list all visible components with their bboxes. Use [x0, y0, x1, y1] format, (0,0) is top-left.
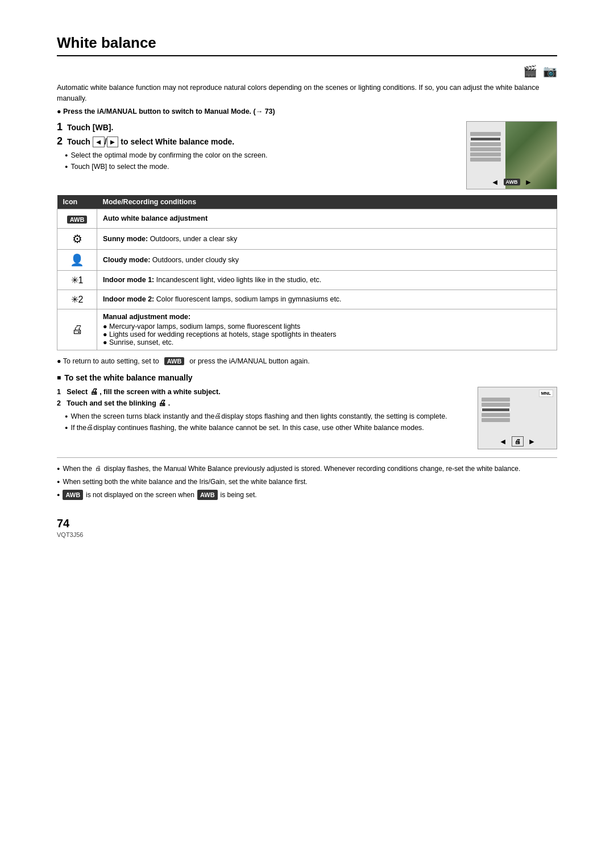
camera-screen: MNL ◄ AWB ►: [466, 121, 557, 189]
icon-cell-manual: 🖨: [57, 309, 97, 350]
mode-cell-cloudy: Cloudy mode: Outdoors, under cloudy sky: [97, 249, 557, 270]
video-mode-icon: 🎬: [523, 64, 537, 78]
manual-section-title: To set the white balance manually: [57, 373, 557, 382]
table-row: 👤 Cloudy mode: Outdoors, under cloudy sk…: [57, 249, 557, 270]
notes-section: When the 🖨 display flashes, the Manual W…: [57, 457, 557, 501]
camera-screen-2: MNL ◄ 🖨 ►: [478, 387, 557, 449]
screen2-mnl-label: MNL: [539, 390, 553, 397]
table-row: AWB Auto white balance adjustment: [57, 209, 557, 228]
step-1-label: Touch [WB].: [67, 123, 113, 132]
header-icons-row: 🎬 📷: [57, 64, 557, 78]
note-1: When the 🖨 display flashes, the Manual W…: [57, 464, 557, 474]
page-title: White balance: [57, 34, 557, 56]
wb-table: Icon Mode/Recording conditions AWB Auto …: [57, 195, 557, 350]
table-header-mode: Mode/Recording conditions: [97, 195, 557, 209]
icon-cell-cloudy: 👤: [57, 249, 97, 270]
doc-code: VQT3J56: [57, 531, 557, 538]
mode-cell-indoor1: Indoor mode 1: Incandescent light, video…: [97, 270, 557, 290]
intro-text: Automatic white balance function may not…: [57, 82, 557, 104]
intro-bullet: ● Press the iA/MANUAL button to switch t…: [57, 108, 557, 115]
step-2-number: 2: [57, 135, 63, 147]
mode-cell-sunny: Sunny mode: Outdoors, under a clear sky: [97, 228, 557, 249]
manual-section: To set the white balance manually 1 Sele…: [57, 373, 557, 449]
note-3: AWB is not displayed on the screen when …: [57, 490, 557, 501]
manual-bullet-1: When the screen turns black instantly an…: [65, 411, 466, 422]
table-row: ✳1 Indoor mode 1: Incandescent light, vi…: [57, 270, 557, 290]
icon-cell-indoor1: ✳1: [57, 270, 97, 290]
mode-cell-awb: Auto white balance adjustment: [97, 209, 557, 228]
step-2-label: Touch ◄/► to select White balance mode.: [67, 137, 234, 146]
step-1-number: 1: [57, 121, 63, 133]
manual-bullet-2: If the 🖨 display continues flashing, the…: [65, 422, 466, 433]
manual-step-2: 2 Touch and set the blinking 🖨 .: [57, 398, 466, 407]
step-2: 2 Touch ◄/► to select White balance mode…: [57, 135, 455, 147]
screen-nav-bar: ◄ AWB ►: [467, 177, 557, 187]
table-row: ⚙ Sunny mode: Outdoors, under a clear sk…: [57, 228, 557, 249]
screen-menu-items: [470, 127, 501, 162]
mode-cell-manual: Manual adjustment mode: ● Mercury-vapor …: [97, 309, 557, 350]
table-row: ✳2 Indoor mode 2: Color fluorescent lamp…: [57, 290, 557, 309]
table-row: 🖨 Manual adjustment mode: ● Mercury-vapo…: [57, 309, 557, 350]
camera-mode-icon: 📷: [543, 64, 557, 78]
return-note: ● To return to auto setting, set to AWB …: [57, 357, 557, 365]
table-header-icon: Icon: [57, 195, 97, 209]
page-number: 74: [57, 517, 557, 530]
screen2-nav-bar: ◄ 🖨 ►: [478, 436, 557, 447]
step-2-bullet-1: Select the optimal mode by confirming th…: [65, 150, 455, 161]
icon-cell-sunny: ⚙: [57, 228, 97, 249]
manual-step-1: 1 Select 🖨 , fill the screen with a whit…: [57, 387, 466, 396]
step-2-bullet-2: Touch [WB] to select the mode.: [65, 161, 455, 172]
note-2: When setting both the white balance and …: [57, 477, 557, 487]
mode-cell-indoor2: Indoor mode 2: Color fluorescent lamps, …: [97, 290, 557, 309]
icon-cell-indoor2: ✳2: [57, 290, 97, 309]
screen2-menu-items: [482, 393, 510, 422]
step-1: 1 Touch [WB].: [57, 121, 455, 133]
icon-cell-awb: AWB: [57, 209, 97, 228]
